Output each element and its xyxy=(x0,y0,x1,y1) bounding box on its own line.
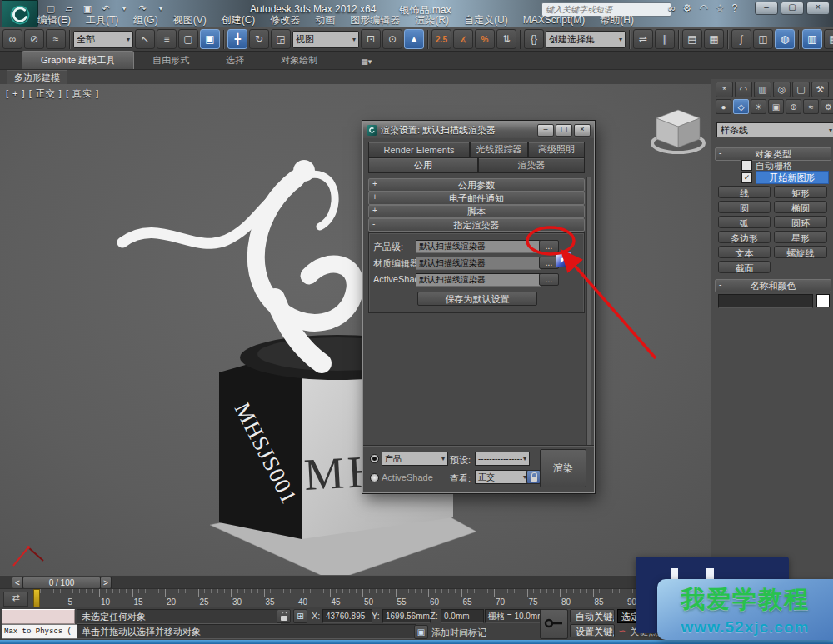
z-coordinate-field[interactable]: 0.0mm xyxy=(441,609,484,623)
select-and-rotate-icon[interactable]: ↻ xyxy=(249,29,269,49)
helpers-category-icon[interactable]: ⊕ xyxy=(786,99,801,114)
y-coordinate-field[interactable]: 1699.56mm xyxy=(382,609,431,623)
select-and-link-icon[interactable]: ∞ xyxy=(2,29,22,49)
shape-button-ellipse[interactable]: 椭圆 xyxy=(774,201,827,213)
ribbon-tab-freeform[interactable]: 自由形式 xyxy=(134,52,207,69)
copy-track-icon[interactable]: ▣ xyxy=(414,625,428,639)
ribbon-tab-selection[interactable]: 选择 xyxy=(207,52,262,69)
window-crossing-icon[interactable]: ▣ xyxy=(200,29,220,49)
absolute-mode-icon[interactable]: ⊞ xyxy=(293,609,307,623)
cameras-category-icon[interactable]: ▣ xyxy=(768,99,784,114)
menu-animation[interactable]: 动画 xyxy=(307,13,342,27)
menu-rendering[interactable]: 渲染(R) xyxy=(407,13,456,27)
shape-button-line[interactable]: 线 xyxy=(718,186,771,198)
tab-renderer[interactable]: 渲染器 xyxy=(478,157,585,173)
select-object-icon[interactable]: ↖ xyxy=(135,29,155,49)
menu-tools[interactable]: 工具(T) xyxy=(78,13,126,27)
dialog-minimize-button[interactable]: – xyxy=(537,124,554,137)
ribbon-tab-object-paint[interactable]: 对象绘制 xyxy=(262,52,336,69)
keyboard-override-icon[interactable]: ▲ xyxy=(404,29,424,49)
render-button[interactable]: 渲染 xyxy=(540,449,586,487)
activeshade-browse-button[interactable]: ... xyxy=(539,273,559,286)
utilities-tab-icon[interactable]: ⚒ xyxy=(811,82,829,97)
time-slider-track[interactable]: < 0 / 100 > xyxy=(0,575,711,589)
prev-frame-button[interactable]: < xyxy=(12,577,23,589)
shape-button-arc[interactable]: 弧 xyxy=(718,216,771,228)
time-slider-handle[interactable]: 0 / 100 xyxy=(22,577,101,589)
rollout-assign-renderer[interactable]: - 指定渲染器 xyxy=(368,218,585,232)
menu-customize[interactable]: 自定义(U) xyxy=(456,13,516,27)
name-color-rollout[interactable]: - 名称和颜色 xyxy=(715,279,831,292)
display-tab-icon[interactable]: ▢ xyxy=(792,82,810,97)
key-curve-icon[interactable]: ∽ xyxy=(618,626,626,637)
menu-graph-editors[interactable]: 图形编辑器 xyxy=(342,13,407,27)
menu-modifiers[interactable]: 修改器 xyxy=(262,13,307,27)
object-name-field[interactable] xyxy=(718,294,813,308)
render-setup-dialog[interactable]: 渲染设置: 默认扫描线渲染器 – ▢ × Render Elements 光线跟… xyxy=(362,121,595,493)
named-sets-dropdown[interactable]: 创建选择集 ▾ xyxy=(546,31,626,48)
object-color-swatch[interactable] xyxy=(816,294,830,307)
unlink-selection-icon[interactable]: ⊘ xyxy=(24,29,44,49)
lights-category-icon[interactable]: ☀ xyxy=(751,99,766,114)
schematic-view-icon[interactable]: ◫ xyxy=(753,29,773,49)
maxscript-listener-line[interactable]: Max to Physcs ( xyxy=(2,624,78,639)
shapes-category-icon[interactable]: ◇ xyxy=(733,99,749,114)
tab-raytracer[interactable]: 光线跟踪器 xyxy=(470,142,528,157)
bind-to-space-warp-icon[interactable]: ≈ xyxy=(46,29,66,49)
spinner-snap-icon[interactable]: ⇅ xyxy=(496,29,516,49)
shape-button-rectangle[interactable]: 矩形 xyxy=(774,186,827,198)
favorites-icon[interactable]: ☆ xyxy=(716,2,725,14)
menu-maxscript[interactable]: MAXScript(M) xyxy=(516,14,593,26)
material-editor-icon[interactable]: ◍ xyxy=(775,29,795,49)
maximize-button[interactable]: ▢ xyxy=(781,2,804,15)
activeshade-radio[interactable] xyxy=(370,473,379,482)
view-dropdown[interactable]: 正交 ▾ xyxy=(475,470,530,484)
production-browse-button[interactable]: ... xyxy=(539,240,559,252)
dialog-close-button[interactable]: × xyxy=(574,124,591,137)
close-button[interactable]: × xyxy=(806,2,830,15)
object-type-rollout[interactable]: - 对象类型 xyxy=(715,147,831,161)
rollout-scripts[interactable]: + 脚本 xyxy=(368,205,585,218)
hierarchy-tab-icon[interactable]: ▥ xyxy=(754,82,771,97)
auto-key-button[interactable]: 自动关键点 xyxy=(570,609,615,622)
use-pivot-center-icon[interactable]: ⊡ xyxy=(361,29,381,49)
open-mini-curve-editor-icon[interactable]: ⇄ xyxy=(3,592,28,607)
menu-help[interactable]: 帮助(H) xyxy=(592,13,641,27)
layer-manager-icon[interactable]: ▤ xyxy=(682,29,702,49)
space-warps-category-icon[interactable]: ≈ xyxy=(803,99,819,114)
named-selection-sets-icon[interactable]: {} xyxy=(524,29,544,49)
modify-tab-icon[interactable]: ◠ xyxy=(735,82,752,97)
next-frame-button[interactable]: > xyxy=(100,577,112,589)
rollout-email-notifications[interactable]: + 电子邮件通知 xyxy=(368,192,585,205)
tab-common[interactable]: 公用 xyxy=(368,157,478,173)
start-new-shape-checkbox[interactable]: ✓ xyxy=(741,172,752,183)
tab-advanced-lighting[interactable]: 高级照明 xyxy=(528,142,585,157)
viewport[interactable]: [ + ] [ 正交 ] [ 真实 ] xyxy=(0,84,711,575)
minimize-button[interactable]: – xyxy=(755,2,778,15)
snaps-toggle-icon[interactable]: 2.5 xyxy=(431,29,451,49)
selection-region-icon[interactable]: ▢ xyxy=(178,29,198,49)
autogrid-checkbox[interactable] xyxy=(741,160,752,171)
select-by-name-icon[interactable]: ≡ xyxy=(157,29,177,49)
mirror-icon[interactable]: ⇌ xyxy=(633,29,653,49)
tab-render-elements[interactable]: Render Elements xyxy=(368,142,470,157)
shape-category-dropdown[interactable]: 样条线 ▾ xyxy=(716,122,833,137)
dialog-maximize-button[interactable]: ▢ xyxy=(556,124,572,137)
view-lock-icon[interactable] xyxy=(526,470,541,484)
selection-lock-icon[interactable] xyxy=(277,609,291,623)
angle-snap-icon[interactable]: ∡ xyxy=(453,29,473,49)
set-keys-button[interactable] xyxy=(540,609,568,639)
render-target-dropdown[interactable]: 产品 ▾ xyxy=(382,452,448,466)
motion-tab-icon[interactable]: ◎ xyxy=(773,82,791,97)
shape-button-star[interactable]: 星形 xyxy=(774,231,827,243)
align-icon[interactable]: ∥ xyxy=(655,29,675,49)
render-setup-icon[interactable]: ▥ xyxy=(802,29,822,49)
select-and-scale-icon[interactable]: ◲ xyxy=(271,29,291,49)
production-radio[interactable] xyxy=(370,454,379,463)
menu-group[interactable]: 组(G) xyxy=(126,13,165,27)
menu-create[interactable]: 创建(C) xyxy=(214,13,263,27)
rollout-common-parameters[interactable]: + 公用参数 xyxy=(368,178,585,192)
preset-dropdown[interactable]: ---------------- ▾ xyxy=(475,452,530,466)
rendered-frame-window-icon[interactable]: ▦ xyxy=(824,29,833,49)
shape-button-circle[interactable]: 圆 xyxy=(718,201,771,213)
